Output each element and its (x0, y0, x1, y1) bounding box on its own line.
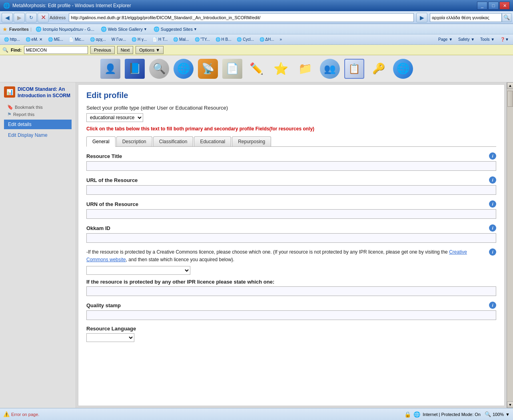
language-select[interactable] (86, 333, 134, 342)
okkam-id-info[interactable]: i (489, 224, 496, 232)
licence-select[interactable] (86, 266, 190, 275)
page-title: Edit profile (86, 91, 496, 100)
quality-info[interactable]: i (489, 302, 496, 309)
find-next-button[interactable]: Next (117, 46, 134, 54)
bm-item-8[interactable]: 🌐 Mal... (171, 36, 191, 42)
urn-resource-input[interactable] (86, 209, 496, 219)
bm-item-3[interactable]: 📄 Mic... (66, 36, 87, 42)
globe-icon[interactable]: 🌐 (172, 58, 194, 80)
tab-general[interactable]: General (86, 136, 116, 147)
edit-display-link[interactable]: Edit Display Name (4, 131, 72, 140)
edit-details-active[interactable]: Edit details (4, 120, 72, 129)
ipr-input[interactable] (86, 286, 496, 296)
back-button[interactable]: ◀ (2, 13, 13, 22)
folder-icon[interactable]: 📁 (294, 58, 316, 80)
resource-title-info[interactable]: i (489, 152, 496, 160)
bm-item-12[interactable]: 🌐 ΔΗ... (257, 36, 276, 42)
person-icon[interactable]: 👤 (99, 58, 121, 80)
tab-classification[interactable]: Classification (153, 136, 194, 146)
fav-item-isotimia[interactable]: 🌐 Ισοτιμία Νομισμάτων - G... (33, 26, 97, 33)
bm-safety[interactable]: Safety ▼ (456, 36, 477, 42)
bm-label-5: W Γυν... (112, 37, 126, 42)
creative-commons-link[interactable]: Creative Commons website (86, 249, 467, 262)
bm-tools[interactable]: Page ▼ (436, 36, 455, 42)
urn-resource-info[interactable]: i (489, 200, 496, 208)
window-title: MetaMorphosis: Edit profile - Windows In… (12, 3, 477, 8)
report-link[interactable]: ⚑ Report this (6, 111, 72, 118)
scroll-up-button[interactable]: ▲ (507, 82, 513, 89)
okkam-id-input[interactable] (86, 233, 496, 243)
ipr-group: If the resource is protected by any othe… (86, 279, 496, 296)
search-button[interactable]: 🔍 (502, 13, 511, 22)
status-center: 🔒 🌐 Internet | Protected Mode: On (404, 411, 481, 418)
page-content-wrapper: 📊 DICOM Standard: An Introduction in SCO… (0, 82, 513, 408)
profile-type-select[interactable]: educational resource (86, 113, 143, 122)
bm-item-11[interactable]: 🌐 Cycl... (234, 36, 256, 42)
search-icon[interactable]: 🔍 (148, 58, 170, 80)
star-icon[interactable]: ⭐ (270, 58, 292, 80)
vertical-scrollbar[interactable]: ▲ ▼ (507, 82, 513, 408)
fav-item-suggested[interactable]: 🌐 Suggested Sites ▼ (151, 26, 200, 33)
bm-help-icon: ❓▼ (500, 37, 509, 42)
tab-description[interactable]: Description (116, 136, 152, 146)
keys-icon[interactable]: 🔑 (367, 58, 389, 80)
tab-general-label: General (92, 139, 110, 144)
scroll-down-button[interactable]: ▼ (507, 402, 513, 408)
bm-item-4[interactable]: 🌐 αρχ... (88, 36, 108, 42)
error-icon: ⚠️ (3, 411, 10, 417)
url-resource-group: URL of the Resource i (86, 176, 496, 195)
bm-item-more[interactable]: » (277, 36, 285, 42)
zoom-dropdown-icon[interactable]: ▼ (505, 412, 510, 417)
bm-item-7[interactable]: 📄 Η Τ... (150, 36, 170, 42)
quality-group: Quality stamp i (86, 302, 496, 320)
resource-title-input[interactable] (86, 161, 496, 171)
ie-icon: 🌐 (3, 2, 10, 9)
maximize-button[interactable]: □ (488, 2, 499, 10)
bm-tools2[interactable]: Tools ▼ (478, 36, 497, 42)
bm-item-0[interactable]: 🌐 http... (2, 36, 22, 42)
rss-icon[interactable]: 📡 (197, 58, 219, 80)
tab-educational[interactable]: Educational (194, 136, 231, 146)
find-input[interactable] (24, 46, 88, 54)
edit-icon[interactable]: ✏️ (246, 58, 267, 80)
bm-item-6[interactable]: 🌐 Η γ... (129, 36, 149, 42)
stop-button[interactable]: ✕ (38, 13, 49, 22)
bookmark-link[interactable]: 🔖 Bookmark this (6, 104, 72, 111)
bm-item-2[interactable]: 🌐 ME... (46, 36, 66, 42)
find-options-button[interactable]: Options ▼ (136, 46, 164, 54)
licence-info[interactable]: i (489, 248, 496, 256)
notepad-icon[interactable]: 📋 (343, 58, 365, 80)
book-icon[interactable]: 📘 (124, 58, 146, 80)
search-input[interactable] (430, 13, 502, 22)
fav-item-webslice[interactable]: 🌐 Web Slice Gallery ▼ (98, 26, 150, 33)
url-resource-info[interactable]: i (489, 176, 496, 184)
forward-button[interactable]: ▶ (14, 13, 25, 22)
minimize-button[interactable]: _ (477, 2, 487, 10)
bm-item-5[interactable]: W Γυν... (109, 36, 129, 42)
bm-item-10[interactable]: 🌐 Η Β... (213, 36, 234, 42)
go-button[interactable]: ▶ (416, 13, 427, 22)
bm-label-7: 📄 Η Τ... (152, 37, 168, 42)
globe2-icon[interactable]: 🌐 (392, 58, 414, 80)
okkam-id-group: Okkam ID i (86, 224, 496, 243)
bm-item-1[interactable]: 🌐 eM. ✕ (23, 36, 45, 42)
ipr-label: If the resource is protected by any othe… (86, 279, 496, 285)
scroll-thumb[interactable] (507, 91, 513, 107)
security-icon: 🔒 (404, 411, 411, 418)
bm-help[interactable]: ❓▼ (498, 36, 511, 42)
quality-input[interactable] (86, 310, 496, 320)
group-icon[interactable]: 👥 (319, 58, 341, 80)
fav-icon-webslice: 🌐 (101, 26, 107, 32)
address-input[interactable] (69, 13, 414, 22)
find-previous-button[interactable]: Previous (90, 46, 115, 54)
bm-item-9[interactable]: 🌐 "TY... (192, 36, 212, 42)
close-button[interactable]: ✕ (499, 2, 510, 10)
document-icon[interactable]: 📄 (221, 58, 243, 80)
edit-display-label: Edit Display Name (8, 132, 48, 138)
tab-repurposing[interactable]: Repurposing (232, 136, 271, 146)
refresh-button[interactable]: ↻ (26, 13, 37, 22)
tab-educational-label: Educational (200, 139, 225, 144)
url-resource-input[interactable] (86, 185, 496, 195)
favbar: ★ Favorites | 🌐 Ισοτιμία Νομισμάτων - G.… (0, 24, 513, 34)
bm-label-0: 🌐 http... (4, 37, 20, 42)
